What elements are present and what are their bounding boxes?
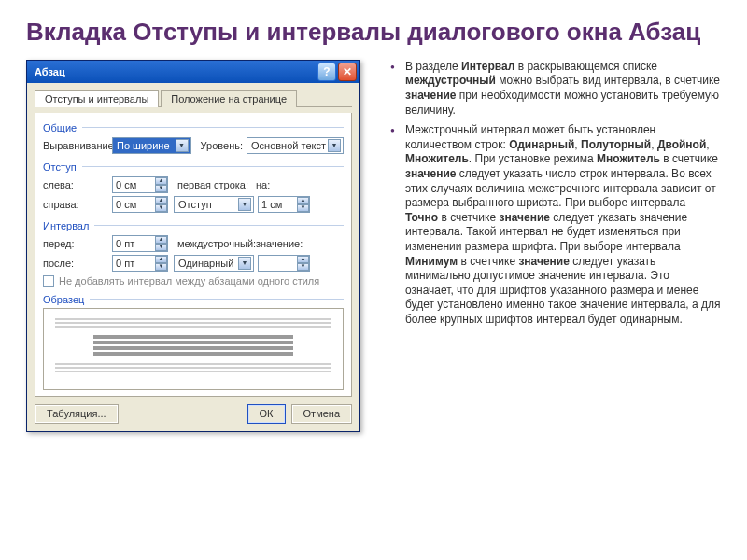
group-preview: Образец	[43, 294, 344, 305]
chevron-down-icon: ▼	[155, 244, 167, 251]
chevron-down-icon: ▼	[297, 263, 309, 271]
label-at: значение:	[256, 238, 301, 249]
chevron-up-icon: ▲	[155, 256, 167, 263]
preview-box	[43, 308, 344, 390]
dialog-titlebar: Абзац ? ✕	[27, 61, 359, 83]
dont-add-space-checkbox[interactable]: Не добавлять интервал между абзацами одн…	[43, 275, 344, 287]
group-spacing: Интервал	[43, 220, 344, 231]
chevron-down-icon: ▼	[328, 139, 341, 152]
chevron-up-icon: ▲	[297, 197, 309, 204]
close-button[interactable]: ✕	[338, 63, 357, 81]
tab-strip: Отступы и интервалы Положение на страниц…	[35, 89, 352, 107]
label-after: после:	[43, 258, 108, 269]
firstline-select[interactable]: Отступ▼	[174, 196, 254, 213]
label-before: перед:	[43, 238, 108, 249]
cancel-button[interactable]: Отмена	[291, 404, 352, 424]
after-stepper[interactable]: 0 пт▲▼	[112, 255, 168, 272]
left-indent-stepper[interactable]: 0 см▲▼	[112, 176, 168, 193]
label-firstline: первая строка:	[172, 179, 252, 190]
chevron-down-icon: ▼	[155, 185, 167, 192]
paragraph-dialog: Абзац ? ✕ Отступы и интервалы Положение …	[26, 60, 360, 432]
chevron-down-icon: ▼	[297, 204, 309, 212]
chevron-down-icon: ▼	[155, 204, 167, 212]
ok-button[interactable]: ОК	[247, 404, 286, 424]
before-stepper[interactable]: 0 пт▲▼	[112, 235, 168, 252]
label-by: на:	[256, 179, 278, 190]
level-select[interactable]: Основной текст ▼	[247, 137, 344, 154]
checkbox-icon	[43, 275, 54, 287]
label-left: слева:	[43, 179, 108, 190]
help-button[interactable]: ?	[317, 63, 336, 81]
by-stepper[interactable]: 1 см▲▼	[258, 196, 310, 213]
checkbox-label: Не добавлять интервал между абзацами одн…	[59, 275, 319, 287]
tab-position[interactable]: Положение на странице	[161, 90, 297, 107]
chevron-up-icon: ▲	[297, 256, 309, 263]
bullet-2: Межстрочный интервал может быть установл…	[394, 123, 721, 327]
chevron-up-icon: ▲	[155, 197, 167, 204]
bullet-1: В разделе Интервал в раскрывающемся спис…	[394, 60, 721, 118]
chevron-down-icon: ▼	[176, 139, 189, 152]
chevron-down-icon: ▼	[238, 257, 251, 270]
label-level: Уровень:	[195, 140, 243, 151]
dialog-title: Абзац	[35, 66, 65, 77]
alignment-select[interactable]: По ширине ▼	[112, 137, 191, 154]
label-linespacing: междустрочный:	[172, 238, 252, 249]
tabs-button[interactable]: Табуляция...	[35, 404, 119, 424]
chevron-down-icon: ▼	[155, 263, 167, 271]
at-stepper[interactable]: ▲▼	[258, 255, 310, 272]
linespacing-select[interactable]: Одинарный▼	[174, 255, 254, 272]
label-alignment: Выравнивание:	[43, 140, 108, 151]
group-general: Общие	[43, 122, 344, 133]
label-right: справа:	[43, 199, 108, 210]
chevron-up-icon: ▲	[155, 236, 167, 244]
chevron-down-icon: ▼	[238, 198, 251, 211]
chevron-up-icon: ▲	[155, 177, 167, 185]
right-indent-stepper[interactable]: 0 см▲▼	[112, 196, 168, 213]
group-indent: Отступ	[43, 161, 344, 173]
tab-indents[interactable]: Отступы и интервалы	[35, 90, 159, 107]
description-text: В разделе Интервал в раскрывающемся спис…	[379, 60, 721, 432]
slide-title: Вкладка Отступы и интервалы диалогового …	[26, 19, 721, 47]
